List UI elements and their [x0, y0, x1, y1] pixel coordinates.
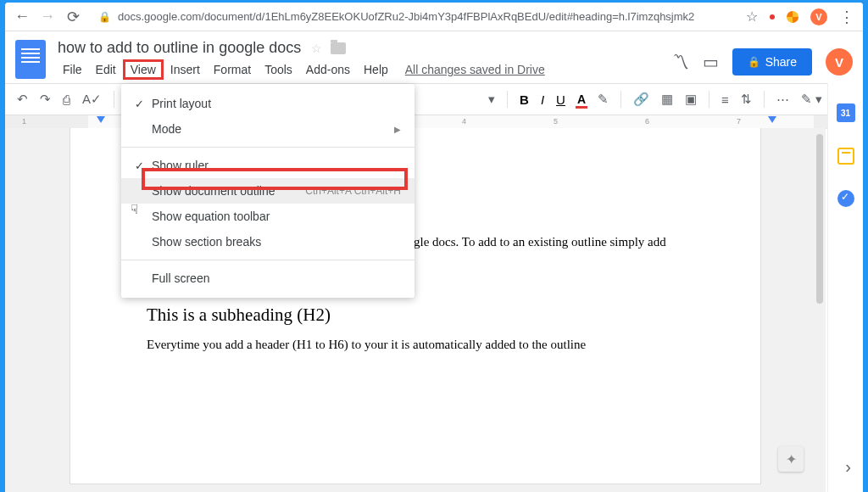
check-icon: ✓ — [135, 98, 152, 110]
ruler-tick: 1 — [22, 117, 26, 126]
document-title[interactable]: how to add to outline in google docs — [56, 38, 303, 58]
view-menu-dropdown: ✓ Print layout Mode ▶ ✓ Show ruler Show … — [121, 84, 415, 298]
menu-mode[interactable]: Mode ▶ — [121, 116, 415, 142]
print-icon[interactable]: ⎙ — [63, 92, 70, 107]
back-button[interactable]: ← — [14, 8, 31, 25]
text-color-icon[interactable]: A — [577, 92, 586, 106]
align-icon[interactable]: ≡ — [721, 92, 729, 107]
menu-label: Show section breaks — [152, 235, 401, 249]
menu-label: Show ruler — [152, 159, 401, 172]
account-avatar[interactable]: V — [826, 48, 853, 75]
docs-logo-icon[interactable] — [15, 40, 46, 79]
extension-icon-2[interactable] — [787, 11, 798, 23]
menu-tools[interactable]: Tools — [258, 60, 299, 79]
comments-icon[interactable]: ▭ — [703, 52, 719, 72]
highlight-icon[interactable]: ✎ — [598, 92, 609, 107]
check-icon: ✓ — [135, 159, 152, 172]
explore-button[interactable]: ✦ — [778, 446, 804, 472]
side-panel: 31 — [827, 83, 863, 492]
undo-icon[interactable]: ↶ — [17, 92, 28, 107]
separator — [620, 91, 621, 108]
submenu-arrow-icon: ▶ — [394, 125, 401, 134]
menu-addons[interactable]: Add-ons — [299, 60, 357, 79]
doc-heading-2[interactable]: This is a subheading (H2) — [147, 305, 684, 326]
menu-separator — [121, 260, 415, 260]
menu-file[interactable]: File — [56, 60, 89, 79]
menu-separator — [121, 147, 415, 148]
redo-icon[interactable]: ↷ — [40, 92, 51, 107]
bookmark-star-icon[interactable]: ☆ — [746, 8, 758, 25]
menu-show-equation-toolbar[interactable]: Show equation toolbar — [121, 204, 415, 229]
menu-edit[interactable]: Edit — [89, 60, 123, 79]
menu-shortcut: Ctrl+Alt+A Ctrl+Alt+H — [305, 185, 401, 197]
cursor-hand-icon: ☟ — [131, 202, 138, 217]
menu-label: Full screen — [152, 271, 401, 285]
menu-view[interactable]: View — [123, 59, 164, 80]
url-text: docs.google.com/document/d/1EhLm6yZ8EEkO… — [118, 10, 694, 23]
doc-paragraph[interactable]: Everytime you add a header (H1 to H6) to… — [147, 336, 684, 355]
ruler-indent-left-icon[interactable] — [97, 116, 105, 123]
editing-mode-icon[interactable]: ✎ ▾ — [801, 92, 822, 107]
menu-label: Show document outline — [152, 184, 305, 198]
ruler-margin-left — [5, 115, 88, 128]
url-bar[interactable]: 🔒 docs.google.com/document/d/1EhLm6yZ8EE… — [90, 10, 737, 23]
ruler-tick: 6 — [645, 117, 649, 126]
separator — [764, 91, 765, 108]
forward-button[interactable]: → — [39, 8, 56, 25]
tasks-icon[interactable] — [837, 190, 854, 207]
add-comment-icon[interactable]: ▦ — [661, 92, 673, 107]
ruler-tick: 7 — [737, 117, 741, 126]
ruler-indent-right-icon[interactable] — [768, 116, 776, 123]
hide-sidepanel-icon[interactable]: › — [845, 457, 851, 477]
insert-image-icon[interactable]: ▣ — [685, 92, 697, 107]
separator — [114, 91, 114, 108]
dropdown-caret-icon[interactable]: ▾ — [488, 92, 495, 107]
menu-insert[interactable]: Insert — [164, 60, 207, 79]
save-status[interactable]: All changes saved in Drive — [395, 60, 555, 79]
bold-icon[interactable]: B — [520, 92, 529, 107]
extension-icon-1[interactable] — [770, 14, 775, 20]
more-icon[interactable]: ⋯ — [776, 92, 789, 107]
menu-label: Show equation toolbar — [152, 210, 401, 223]
chrome-profile-avatar[interactable]: V — [810, 8, 827, 25]
underline-icon[interactable]: U — [556, 92, 565, 107]
chrome-menu-icon[interactable]: ⋮ — [839, 8, 854, 26]
star-document-icon[interactable]: ☆ — [311, 42, 322, 55]
separator — [507, 91, 508, 108]
calendar-icon[interactable]: 31 — [837, 103, 855, 122]
menu-format[interactable]: Format — [207, 60, 258, 79]
ruler-tick: 4 — [462, 117, 466, 126]
share-lock-icon: 🔒 — [748, 56, 760, 68]
ruler-tick: 5 — [554, 117, 558, 126]
scrollbar-thumb[interactable] — [816, 134, 823, 304]
docs-header: how to add to outline in google docs ☆ F… — [5, 31, 863, 80]
move-folder-icon[interactable] — [331, 42, 346, 54]
menu-label: Print layout — [152, 97, 401, 110]
menu-show-section-breaks[interactable]: Show section breaks — [121, 229, 415, 254]
separator — [709, 91, 709, 108]
lock-icon: 🔒 — [98, 11, 111, 23]
menu-bar: File Edit View Insert Format Tools Add-o… — [56, 59, 672, 80]
spellcheck-icon[interactable]: A✓ — [82, 92, 102, 107]
activity-icon[interactable]: 〽 — [672, 53, 689, 72]
menu-show-ruler[interactable]: ✓ Show ruler — [121, 153, 415, 178]
menu-help[interactable]: Help — [357, 60, 395, 79]
vertical-scrollbar[interactable] — [815, 134, 824, 484]
keep-icon[interactable] — [837, 148, 854, 165]
menu-label: Mode — [152, 122, 394, 136]
italic-icon[interactable]: I — [541, 92, 544, 107]
browser-toolbar: ← → ⟳ 🔒 docs.google.com/document/d/1EhLm… — [5, 3, 863, 31]
menu-print-layout[interactable]: ✓ Print layout — [121, 91, 415, 116]
share-label: Share — [765, 55, 797, 69]
share-button[interactable]: 🔒Share — [732, 48, 812, 75]
reload-button[interactable]: ⟳ — [64, 8, 81, 26]
menu-full-screen[interactable]: Full screen — [121, 266, 415, 291]
line-spacing-icon[interactable]: ⇅ — [741, 92, 752, 107]
menu-show-document-outline[interactable]: Show document outline Ctrl+Alt+A Ctrl+Al… — [121, 178, 415, 204]
insert-link-icon[interactable]: 🔗 — [633, 92, 649, 107]
